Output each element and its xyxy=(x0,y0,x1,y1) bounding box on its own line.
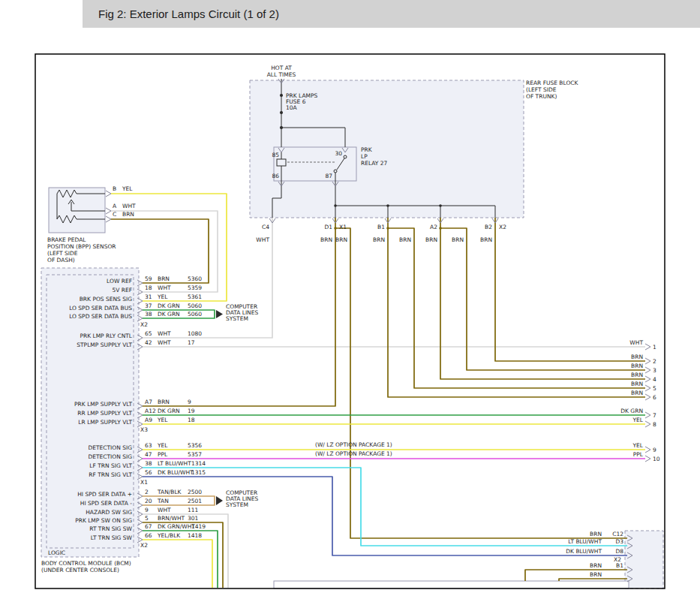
wire-color-label: BRN xyxy=(320,236,332,243)
wire-color-label: DK BLU/WHT xyxy=(566,548,602,555)
wire-brn-pin3 xyxy=(440,228,645,370)
wire-color-label: BRN xyxy=(158,275,170,282)
component-boxes xyxy=(41,80,663,588)
bcm-signal-label: RR LMP SUPPLY VLT xyxy=(77,410,132,417)
circuit-number: 18 xyxy=(188,417,195,423)
circuit-number: 5357 xyxy=(188,451,202,458)
circuit-number: 1315 xyxy=(191,469,206,476)
bpp-pin-label: B xyxy=(113,185,116,192)
data-lines-arrow-icon xyxy=(216,496,223,505)
wire-color-label: BRN xyxy=(335,236,347,243)
wire-brn-to-c12 xyxy=(335,228,627,538)
wire-color-label: BRN xyxy=(631,354,643,360)
bcm-pin: 63 xyxy=(145,442,152,449)
pin-chevron-icon xyxy=(106,216,111,222)
wire-color-label: BRN xyxy=(631,390,643,396)
bcm-signal-label: RT TRN SIG SW xyxy=(89,525,132,532)
pin-chevron-icon xyxy=(106,191,111,197)
bcm-pin: 2 xyxy=(145,489,149,495)
wire-color-label: BRN xyxy=(590,571,602,578)
rear-pin-label: D8 xyxy=(615,548,623,555)
wire-color-label: BRN/WHT xyxy=(158,515,185,522)
pin-chevron-icon xyxy=(645,456,650,462)
bcm-name: (UNDER CENTER CONSOLE) xyxy=(41,567,119,573)
bcm-connector-label: X2 xyxy=(140,542,148,549)
splice-dot xyxy=(439,227,442,230)
wire-color-label: PPL xyxy=(633,451,644,458)
bpp-pin-label: C xyxy=(113,211,116,218)
bcm-connector-label: X1 xyxy=(140,479,148,486)
circuit-number: 1314 xyxy=(191,460,206,467)
relay-pin-label: 86 xyxy=(272,173,279,179)
wire-color-label: BRN xyxy=(158,399,170,405)
relay-name: LP xyxy=(361,153,368,160)
bcm-signal-label: LO SPD SER DATA BUS xyxy=(69,313,132,320)
bpp-name: BRAKE PEDAL xyxy=(47,236,86,243)
wire-color-label: YEL/BLK xyxy=(157,532,181,539)
wire-color-label: WHT xyxy=(158,284,171,291)
wire-color-label: BRN xyxy=(480,236,492,243)
wire-color-label: YEL xyxy=(632,417,644,423)
wire-color-label: DK GRN xyxy=(158,408,180,414)
wire-color-label: WHT xyxy=(629,339,643,346)
wire-color-label: PPL xyxy=(158,451,168,458)
wire-color-label: BRN xyxy=(373,236,385,243)
circuit-number: 111 xyxy=(188,507,199,513)
right-pin-number: 10 xyxy=(653,456,660,462)
right-pin-number: 4 xyxy=(653,376,656,383)
bcm-signal-label: STPLMP SUPPLY VLT xyxy=(77,342,132,348)
bus-dot xyxy=(386,204,389,207)
exit-pin-label: B1 xyxy=(377,224,385,230)
wire-brn-pin5 xyxy=(388,228,645,388)
rear-pin-label: C12 xyxy=(612,531,623,537)
circuit-number: 5356 xyxy=(188,442,202,449)
circuit-number: 1080 xyxy=(188,330,202,337)
bcm-signal-label: RF TRN SIG VLT xyxy=(89,471,132,478)
circuit-number: 5361 xyxy=(188,293,202,300)
pin-chevron-icon xyxy=(645,447,650,453)
power-label: HOT AT xyxy=(271,65,292,71)
exit-conn-label: X1 xyxy=(339,224,347,230)
circuit-number: 5060 xyxy=(188,311,202,318)
bcm-signal-label: HI SPD SER DATA - xyxy=(80,500,132,507)
fuse-block-title: REAR FUSE BLOCK xyxy=(526,80,579,86)
wire-color-label: WHT xyxy=(256,236,269,243)
bcm-signal-label: DETECTION SIG xyxy=(88,444,132,451)
rear-pin-label: D3 xyxy=(615,538,623,545)
fuse-block-title: OF TRUNK) xyxy=(526,93,557,100)
wire-color-label: LT BLU/WHT xyxy=(568,538,602,545)
bcm-pin: 66 xyxy=(145,532,152,539)
bpp-name: OF DASH) xyxy=(47,257,75,263)
wiring-diagram: HOT AT ALL TIMES PRK LAMPS FUSE 6 10A RE… xyxy=(0,0,700,599)
splice-dot xyxy=(334,227,337,230)
wire-color-label: BRN xyxy=(631,381,643,387)
bcm-pin: 38 xyxy=(145,460,152,467)
wire-color-label: WHT xyxy=(122,203,136,209)
wire-color-label: DK GRN xyxy=(620,408,643,414)
wire-color-label: BRN xyxy=(590,562,602,569)
bcm-signal-label: PRK LMP SW ON SIG xyxy=(75,517,132,524)
wire-color-label: BRN xyxy=(631,372,643,378)
right-pin-number: 5 xyxy=(653,385,656,392)
circuit-number: 301 xyxy=(188,515,199,522)
fuse-terminal-dot xyxy=(280,111,283,114)
bcm-pin: 38 xyxy=(145,311,152,318)
wire-color-label: DK GRN xyxy=(158,311,180,318)
pin-chevron-icon xyxy=(645,358,650,364)
wire-color-label: TAN/BLK xyxy=(157,489,182,495)
bpp-name: POSITION (BPP) SENSOR xyxy=(47,243,116,250)
pin-chevron-icon xyxy=(645,344,650,350)
wire-ltblu-lf-trn xyxy=(143,468,627,546)
circuit-number: 17 xyxy=(188,339,195,346)
wire-color-label: LT BLU/WHT xyxy=(158,460,191,467)
wire-color-label: TAN xyxy=(157,498,169,504)
wire-color-label: BRN xyxy=(425,236,437,243)
wire-color-label: YEL xyxy=(632,442,644,449)
wire-color-label: BRN xyxy=(590,531,602,537)
right-pin-number: 7 xyxy=(653,412,656,419)
bcm-pin: 42 xyxy=(145,339,152,346)
wire-color-label: YEL xyxy=(157,417,168,423)
bcm-pin: 67 xyxy=(145,523,152,530)
splice-dot xyxy=(386,227,389,230)
bcm-pin: 37 xyxy=(145,303,152,309)
